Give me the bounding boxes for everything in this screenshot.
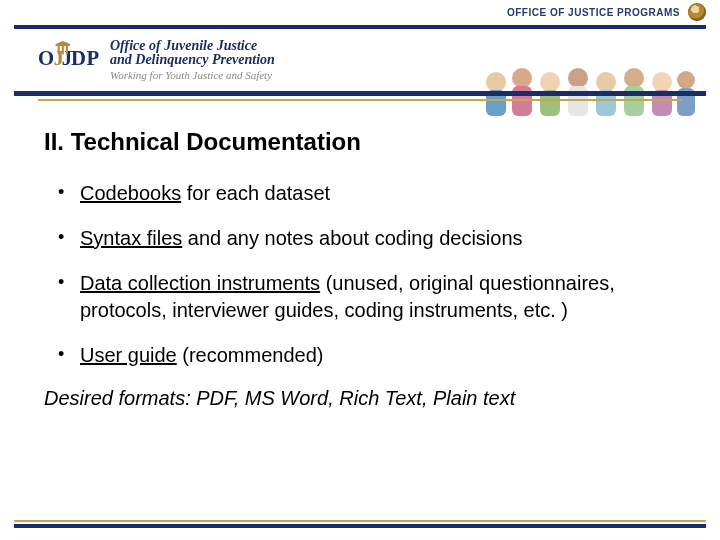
svg-point-10 bbox=[486, 72, 506, 92]
bullet-underlined: User guide bbox=[80, 344, 177, 366]
svg-rect-6 bbox=[62, 46, 64, 54]
logo-tagline: Working for Youth Justice and Safety bbox=[110, 70, 275, 82]
logo-line2: and Delinquency Prevention bbox=[110, 53, 275, 68]
bullet-rest: (recommended) bbox=[177, 344, 324, 366]
bullet-underlined: Codebooks bbox=[80, 182, 181, 204]
bullet-list: Codebooks for each dataset Syntax files … bbox=[44, 180, 670, 369]
ojjdp-mark-icon: O J J D P bbox=[38, 40, 100, 80]
svg-rect-8 bbox=[56, 44, 70, 46]
footer-rule-gold bbox=[14, 520, 706, 522]
ojp-label: OFFICE OF JUSTICE PROGRAMS bbox=[507, 7, 680, 18]
header-rule-gold bbox=[38, 99, 682, 101]
svg-text:P: P bbox=[87, 47, 100, 69]
svg-rect-7 bbox=[66, 46, 68, 54]
list-item: Codebooks for each dataset bbox=[44, 180, 670, 207]
svg-point-12 bbox=[512, 68, 532, 88]
header-rule-bottom bbox=[14, 91, 706, 96]
formats-note: Desired formats: PDF, MS Word, Rich Text… bbox=[44, 387, 670, 410]
svg-rect-5 bbox=[58, 46, 60, 54]
list-item: Syntax files and any notes about coding … bbox=[44, 225, 670, 252]
page-title: II. Technical Documentation bbox=[44, 128, 670, 156]
svg-point-20 bbox=[624, 68, 644, 88]
list-item: Data collection instruments (unused, ori… bbox=[44, 270, 670, 324]
ojjdp-logo-block: O J J D P Office of Juvenile Justice and… bbox=[0, 39, 275, 82]
header-row: O J J D P Office of Juvenile Justice and… bbox=[0, 29, 720, 91]
svg-text:O: O bbox=[38, 47, 54, 69]
list-item: User guide (recommended) bbox=[44, 342, 670, 369]
slide-body: II. Technical Documentation Codebooks fo… bbox=[44, 128, 670, 410]
ojjdp-logo-text: Office of Juvenile Justice and Delinquen… bbox=[110, 39, 275, 82]
footer-rule-navy bbox=[14, 524, 706, 528]
slide: OFFICE OF JUSTICE PROGRAMS O J J D P bbox=[0, 0, 720, 540]
people-photo-icon bbox=[472, 58, 702, 120]
svg-text:D: D bbox=[71, 47, 86, 69]
bullet-rest: and any notes about coding decisions bbox=[182, 227, 522, 249]
logo-line1: Office of Juvenile Justice bbox=[110, 39, 275, 54]
svg-point-18 bbox=[596, 72, 616, 92]
doj-seal-icon bbox=[688, 3, 706, 21]
bullet-underlined: Data collection instruments bbox=[80, 272, 320, 294]
bullet-rest: for each dataset bbox=[181, 182, 330, 204]
svg-point-16 bbox=[568, 68, 588, 88]
svg-point-14 bbox=[540, 72, 560, 92]
svg-point-22 bbox=[652, 72, 672, 92]
top-bar: OFFICE OF JUSTICE PROGRAMS bbox=[0, 0, 720, 24]
bullet-underlined: Syntax files bbox=[80, 227, 182, 249]
svg-point-24 bbox=[677, 71, 695, 89]
